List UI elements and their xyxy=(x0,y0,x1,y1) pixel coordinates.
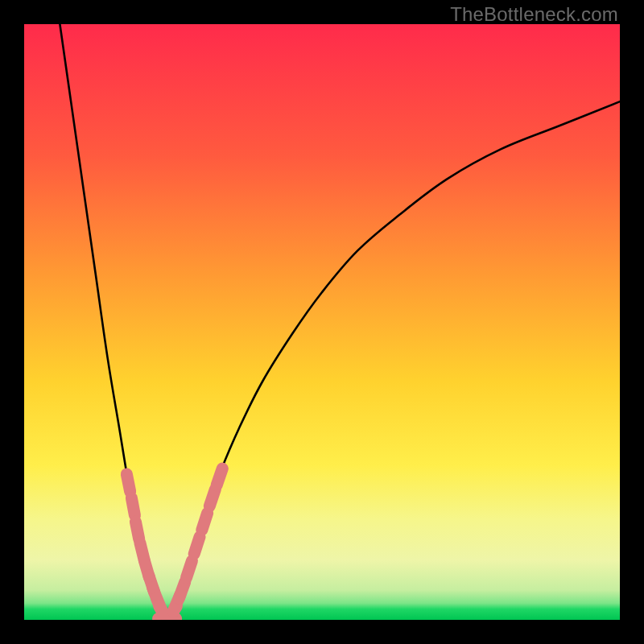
marker-dot xyxy=(187,561,192,578)
marker-dot xyxy=(126,474,130,492)
marker-dot xyxy=(131,498,134,516)
right-curve xyxy=(167,101,620,620)
marker-dot xyxy=(202,513,208,530)
marker-dot xyxy=(217,469,222,485)
plot-area xyxy=(24,24,620,620)
chart-frame: TheBottleneck.com xyxy=(0,0,644,644)
watermark-text: TheBottleneck.com xyxy=(450,3,618,26)
left-curve xyxy=(60,24,167,620)
highlight-dots xyxy=(126,469,222,620)
marker-dot xyxy=(194,537,200,554)
marker-dot xyxy=(209,489,215,506)
marker-dot xyxy=(179,582,185,599)
marker-dot xyxy=(135,522,138,539)
chart-svg xyxy=(24,24,620,620)
